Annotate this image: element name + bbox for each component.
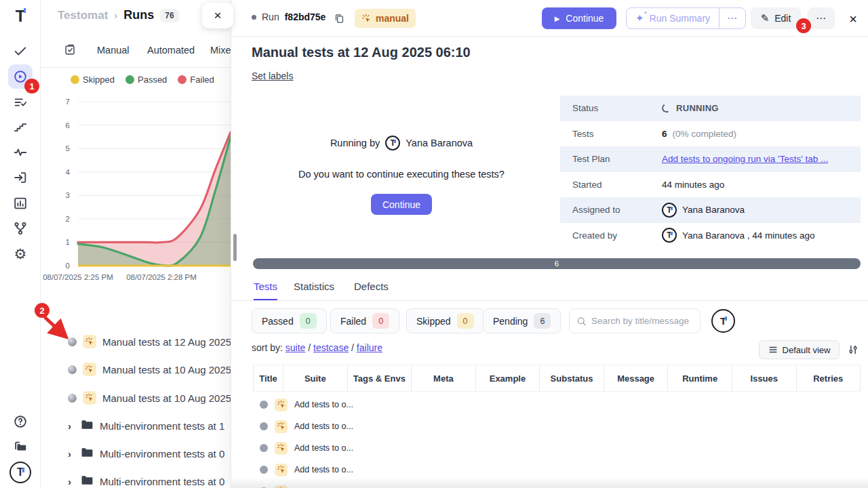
assignee-filter-avatar[interactable]: T — [711, 309, 735, 333]
sort-link-failure[interactable]: failure — [357, 342, 382, 353]
run-list-item[interactable]: ›Multi-environment tests at 1 — [68, 417, 224, 434]
chevron-right-icon[interactable]: › — [68, 476, 75, 487]
continue-center-button[interactable]: Continue — [371, 194, 432, 215]
app-logo[interactable]: T — [8, 4, 33, 28]
view-settings-button[interactable] — [846, 342, 861, 357]
run-list-item[interactable]: ›Multi-environment tests at 0 — [68, 445, 224, 462]
svg-text:1: 1 — [66, 238, 70, 246]
sidebar-item-pulse[interactable] — [8, 140, 33, 165]
scrollbar-thumb[interactable] — [233, 234, 237, 261]
sidebar-item-account[interactable]: T — [8, 460, 33, 485]
sort-link-testcase[interactable]: testcase — [313, 342, 349, 353]
select-runs-icon[interactable] — [64, 43, 77, 59]
sliders-icon — [848, 344, 859, 355]
table-row[interactable]: Add tests to o... — [253, 394, 353, 415]
status-text: RUNNING — [676, 103, 719, 113]
sidebar-item-import[interactable] — [8, 165, 33, 190]
manual-test-icon — [275, 464, 288, 476]
git-branch-icon — [13, 221, 28, 236]
column-header-message[interactable]: Message — [604, 365, 669, 391]
run-status-dot — [252, 15, 256, 20]
column-header-suite[interactable]: Suite — [283, 365, 348, 391]
filter-skipped-button[interactable]: Skipped0 — [406, 308, 484, 333]
svg-text:7: 7 — [66, 98, 70, 106]
panel-close-button[interactable]: × — [202, 3, 233, 28]
column-header-example[interactable]: Example — [476, 365, 540, 391]
tab-tests[interactable]: Tests — [254, 281, 277, 300]
table-row[interactable]: Add tests to o... — [253, 415, 353, 437]
info-value: TYana Baranova , 44 minutes ago — [662, 228, 815, 243]
manual-run-badge: manual — [355, 9, 416, 28]
sidebar-item-branches[interactable] — [8, 216, 33, 241]
edit-button[interactable]: ✎ Edit — [751, 7, 801, 29]
tests-extra: (0% completed) — [673, 129, 737, 139]
column-header-retries[interactable]: Retries — [797, 365, 861, 391]
tab-statistics[interactable]: Statistics — [294, 281, 334, 299]
breadcrumb-page: Runs — [123, 8, 154, 22]
column-header-issues[interactable]: Issues — [732, 365, 797, 391]
chevron-right-icon[interactable]: › — [68, 448, 75, 460]
continue-button[interactable]: ▶ Continue — [542, 7, 616, 29]
filter-passed-button[interactable]: Passed0 — [252, 308, 327, 333]
sidebar-item-settings[interactable]: ⚙ — [8, 242, 33, 266]
cursor-click-icon — [85, 393, 94, 403]
gear-icon: ⚙ — [14, 246, 27, 262]
sidebar-item-test-plans[interactable] — [8, 90, 33, 115]
info-value: RUNNING — [662, 103, 719, 113]
breadcrumb: Testomat › Runs 76 — [58, 8, 179, 22]
sidebar-item-help[interactable] — [8, 409, 33, 434]
detail-close-button[interactable]: × — [844, 10, 862, 28]
run-list-item[interactable]: Manual tests at 12 Aug 2025 — [68, 333, 231, 350]
default-view-button[interactable]: Default view — [759, 340, 840, 359]
column-header-tags-envs[interactable]: Tags & Envs — [348, 365, 412, 391]
legend-item-failed: Failed — [178, 75, 214, 85]
set-labels-link[interactable]: Set labels — [252, 70, 293, 81]
column-header-runtime[interactable]: Runtime — [668, 365, 732, 391]
manual-run-icon — [83, 335, 96, 348]
column-header-title[interactable]: Title — [254, 365, 283, 391]
tab-manual[interactable]: Manual — [97, 45, 130, 56]
run-list-item[interactable]: Manual tests at 10 Aug 2025 — [68, 389, 231, 407]
run-item-label: Multi-environment tests at 1 — [100, 420, 224, 432]
column-header-meta[interactable]: Meta — [412, 365, 476, 391]
chevron-right-icon[interactable]: › — [68, 420, 75, 432]
tab-mixed[interactable]: Mixed — [210, 45, 231, 56]
run-id: f82bd75e — [285, 12, 326, 22]
run-summary-menu-button[interactable]: ⋯ — [719, 12, 745, 24]
legend-item-passed: Passed — [125, 75, 167, 85]
tab-automated[interactable]: Automated — [147, 45, 195, 56]
column-header-substatus[interactable]: Substatus — [540, 365, 604, 391]
test-plan-link[interactable]: Add tests to ongoing run via 'Tests' tab… — [662, 154, 828, 164]
run-list-item[interactable]: Manual tests at 10 Aug 2025 — [68, 361, 231, 378]
filter-pending-button[interactable]: Pending6 — [483, 308, 561, 333]
bar-chart-icon — [13, 196, 28, 211]
cursor-click-icon — [85, 337, 94, 346]
cursor-click-icon — [277, 443, 286, 453]
copy-run-id-button[interactable] — [330, 9, 348, 27]
tab-defects[interactable]: Defects — [354, 281, 389, 299]
sidebar-item-tests[interactable] — [8, 39, 33, 63]
manual-test-icon — [275, 399, 288, 411]
breadcrumb-project[interactable]: Testomat — [58, 9, 108, 22]
run-list-item[interactable]: ›Multi-environment tests at 0 — [68, 472, 224, 488]
sidebar-item-projects[interactable] — [8, 434, 33, 459]
filter-failed-button[interactable]: Failed0 — [330, 308, 399, 333]
legend-dot-icon — [71, 75, 79, 84]
annotation-arrow — [39, 314, 75, 344]
sort-link-suite[interactable]: suite — [285, 342, 306, 353]
copy-icon — [334, 13, 345, 24]
search-box[interactable] — [569, 308, 701, 333]
search-input[interactable] — [591, 316, 693, 326]
table-row[interactable]: Add tests to o... — [253, 437, 353, 459]
sidebar-item-analytics[interactable] — [8, 191, 33, 216]
legend-dot-icon — [178, 75, 186, 84]
import-icon — [13, 170, 28, 185]
run-status-icon — [68, 365, 77, 374]
manual-test-icon — [275, 442, 288, 455]
sort-by-label: sort by: — [252, 342, 283, 353]
cursor-click-icon — [361, 14, 372, 24]
more-actions-button[interactable]: ⋯ — [808, 7, 835, 29]
sidebar-item-milestones[interactable] — [8, 115, 33, 140]
detail-tabs: Tests Statistics Defects — [231, 277, 868, 301]
run-summary-button[interactable]: ✦+ Run Summary — [627, 12, 719, 24]
